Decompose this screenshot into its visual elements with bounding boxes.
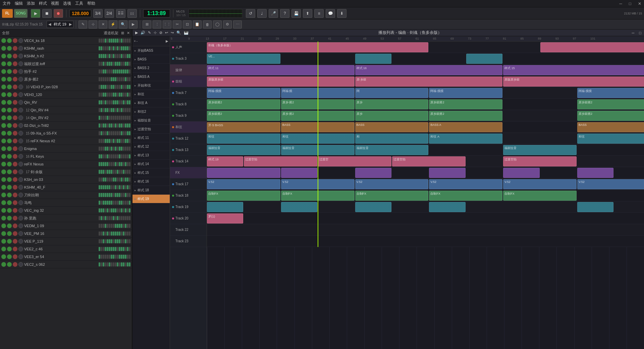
track-status-btn[interactable]: [7, 247, 12, 251]
track-volume-knob[interactable]: [18, 208, 23, 213]
track-status-btn[interactable]: [1, 262, 6, 267]
track-status-btn[interactable]: [1, 85, 6, 89]
track-name-row[interactable]: Track 8: [170, 99, 207, 110]
track-volume-knob[interactable]: [18, 154, 23, 159]
track-status-btn[interactable]: [13, 85, 17, 89]
clip-block[interactable]: 原乡鼓摇2: [577, 111, 644, 121]
clip-block[interactable]: [577, 202, 613, 212]
track-status-btn[interactable]: [1, 247, 6, 251]
window-minimize[interactable]: ─: [619, 1, 622, 6]
track-name-row[interactable]: Track 12: [170, 133, 207, 144]
track-status-btn[interactable]: [13, 185, 17, 190]
track-name-row[interactable]: 旋律: [170, 64, 207, 76]
clip-block[interactable]: 原乡鼓摇2: [429, 99, 502, 109]
track-status-btn[interactable]: [1, 154, 6, 159]
clip-block[interactable]: [466, 54, 502, 64]
track-status-btn[interactable]: [13, 231, 17, 236]
menu-item-file[interactable]: 文件: [3, 1, 11, 6]
mixer-track-row[interactable]: VEE_PM 16: [0, 230, 132, 238]
track-status-btn[interactable]: [7, 108, 12, 112]
pattern-list-item[interactable]: ▸开始和弦: [132, 81, 170, 90]
pl-minimize[interactable]: ─: [632, 31, 635, 35]
mixer-track-row[interactable]: 14Qin_RV #2: [0, 114, 132, 122]
track-status-btn[interactable]: [7, 208, 12, 213]
playlist-track-row[interactable]: 开·S BASSBASSBASSBASS ABASSBASSBASS 2BASS…: [207, 121, 644, 133]
track-status-btn[interactable]: [1, 169, 6, 174]
menu-item-options[interactable]: 选项: [63, 1, 71, 6]
tool-play[interactable]: ▶: [129, 20, 138, 29]
track-status-btn[interactable]: [1, 77, 6, 82]
clip-block[interactable]: 过渡空: [318, 156, 391, 166]
playlist-track-row[interactable]: 原乡鼓摇2原乡·摇2原乡原乡鼓摇2原乡鼓摇2原乡鼓摇2原乡鼓摇2原乡鼓摇2: [207, 99, 644, 110]
track-volume-knob[interactable]: [18, 254, 23, 259]
track-status-btn[interactable]: [7, 54, 12, 58]
clip-block[interactable]: 样式 15: [503, 65, 644, 75]
pattern-list-item[interactable]: ▸样式 12: [132, 142, 170, 151]
track-status-btn[interactable]: [1, 208, 6, 213]
pattern-list-item[interactable]: ▸样式 18: [132, 186, 170, 195]
track-status-btn[interactable]: [13, 54, 17, 58]
track-name-row[interactable]: Track 13: [170, 144, 207, 156]
track-volume-knob[interactable]: [18, 92, 23, 97]
clip-block[interactable]: BASS: [577, 122, 644, 132]
track-volume-knob[interactable]: [18, 262, 23, 267]
track-status-btn[interactable]: [7, 69, 12, 74]
download-btn[interactable]: ⬇: [337, 9, 346, 18]
track-volume-knob[interactable]: [18, 123, 23, 128]
mixer-track-row[interactable]: KSHM_40_F: [0, 184, 132, 191]
track-status-btn[interactable]: [7, 169, 12, 174]
track-status-btn[interactable]: [13, 123, 17, 128]
loop-btn[interactable]: ↺: [246, 9, 255, 18]
track-volume-knob[interactable]: [18, 247, 23, 251]
track-status-btn[interactable]: [7, 131, 12, 136]
clip-block[interactable]: 福鼓扯音: [281, 145, 355, 155]
playlist-track-row[interactable]: 样式 11样式 16样式 15样式 12样式 13样式 14: [207, 64, 644, 76]
beat-down[interactable]: 2/4: [105, 9, 114, 18]
pattern-list-item[interactable]: ▸和弦 A: [132, 99, 170, 107]
mixer-track-row[interactable]: 孙 里跑: [0, 214, 132, 222]
pattern-list-item[interactable]: ▸样式 13: [132, 151, 170, 160]
clip-block[interactable]: 原乡·摇2: [281, 99, 355, 109]
track-status-btn[interactable]: [1, 254, 6, 259]
track-status-btn[interactable]: [13, 262, 17, 267]
clip-block[interactable]: 原版原乡鼓: [503, 77, 644, 87]
track-name-row[interactable]: Track 20: [170, 213, 207, 224]
clip-block[interactable]: 和弦: [577, 134, 644, 144]
tool-draw[interactable]: ✎: [78, 20, 87, 29]
track-status-btn[interactable]: [1, 131, 6, 136]
track-name-row[interactable]: Track 23: [170, 236, 207, 247]
track-name-row[interactable]: Track 7: [170, 87, 207, 99]
track-status-btn[interactable]: [7, 200, 12, 205]
clip-block[interactable]: V.52: [503, 179, 577, 189]
track-status-btn[interactable]: [7, 146, 12, 151]
clip-block[interactable]: 样式 19: [207, 156, 243, 166]
help-btn[interactable]: ?: [280, 9, 289, 18]
clip-block[interactable]: 福鼓扯音: [207, 145, 280, 155]
tool-zoom[interactable]: 🔍: [119, 20, 127, 29]
copy-btn[interactable]: ⊡: [183, 20, 192, 29]
pl-redo[interactable]: ↪: [171, 31, 174, 35]
pattern-list-item[interactable]: ▸BASS 2: [132, 64, 170, 72]
clip-block[interactable]: 自制FX: [503, 191, 577, 201]
clip-block[interactable]: 样式 16: [355, 65, 503, 75]
playlist-track-row[interactable]: 自制FX自制FX自制FX自制FX自制FX自制FX自制FX自制FX自制FX自制FX: [207, 190, 644, 201]
menu-item-help[interactable]: 帮助: [87, 1, 95, 6]
mixer-track-row[interactable]: VEC2_s 062: [0, 261, 132, 268]
pattern-list-item[interactable]: ▸过渡空拍: [132, 125, 170, 134]
playlist-track-row[interactable]: 原乡鼓摇2原乡·摇2原乡原乡鼓摇2原乡鼓摇2原乡鼓摇2原乡鼓摇2原乡鼓摇2: [207, 110, 644, 121]
fl-logo[interactable]: FL: [2, 9, 13, 18]
mixer-track-row[interactable]: VEE3_er 54: [0, 253, 132, 261]
record-btn[interactable]: ⏺: [54, 9, 63, 18]
playlist-track-row[interactable]: [207, 224, 644, 236]
pl-undo[interactable]: ↩: [165, 31, 168, 35]
track-name-row[interactable]: 人声: [170, 42, 207, 53]
beat-mode[interactable]: ⠿⠿: [116, 9, 125, 18]
playlist-track-row[interactable]: 罗(1)KSHMR Swee_ansition 03: [207, 213, 644, 224]
mixer-track-row[interactable]: VEE P_119: [0, 238, 132, 245]
mixer-track-row[interactable]: KSHM_h #2: [0, 52, 132, 60]
track-status-btn[interactable]: [1, 38, 6, 43]
track-volume-knob[interactable]: [18, 239, 23, 244]
track-status-btn[interactable]: [13, 115, 17, 120]
mixer-track-row[interactable]: 02-Dizi_o-Trill2: [0, 122, 132, 130]
track-name-row[interactable]: FX: [170, 167, 207, 179]
